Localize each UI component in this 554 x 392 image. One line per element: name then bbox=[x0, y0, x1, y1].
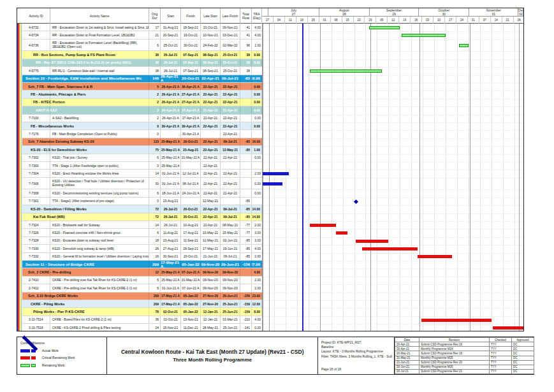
table-row: 7-7100A-SA2 - Backfilling226-Apr-21 A27-… bbox=[22, 115, 262, 122]
cell-id: 7-7332 bbox=[22, 253, 50, 260]
cell-tra: 0.00 bbox=[252, 178, 262, 189]
week-gridline bbox=[480, 24, 481, 331]
month-number: 32 bbox=[518, 12, 523, 16]
cell-tra bbox=[252, 198, 262, 205]
cell-late_start: 22-Apr-21 bbox=[201, 99, 221, 106]
cell-tra: 0.00 bbox=[252, 122, 262, 129]
cell-total_float: 96 bbox=[240, 40, 252, 51]
timeline-week-cell: 11 bbox=[285, 17, 296, 24]
cell-total_float: -77 bbox=[240, 229, 252, 236]
timeline-week-cell: 17 bbox=[445, 17, 456, 24]
legend-label: Critical Remaining Work bbox=[42, 356, 75, 359]
cell-id: 7-7326 bbox=[22, 229, 50, 236]
cell-late_start: 09-Nov-20 bbox=[201, 261, 221, 268]
group-band-row: Sch_7 Abandon Existing Subway KS-2012325… bbox=[22, 138, 262, 146]
cell-name: KS20 - Decommissioning existing services… bbox=[50, 189, 149, 196]
group-band-label: ABUT A-SA2 bbox=[22, 106, 149, 113]
group-band-label: KS-20 - Demolition / Filling Works bbox=[22, 205, 149, 212]
column-header-late_finish: Late Finish bbox=[221, 8, 240, 24]
revision-cell: TYY bbox=[490, 342, 512, 347]
table-row: 4-6734RR - Excavation Down to Final Form… bbox=[22, 31, 262, 39]
cell-late_start: 09-Nov-20 bbox=[201, 268, 221, 275]
revision-row: 20-Jul-21Submit CSD Programme Rev 21TYYD… bbox=[395, 369, 534, 374]
cell-dur: 36 bbox=[149, 316, 161, 323]
revision-header-cell: Approved bbox=[512, 338, 534, 342]
cell-total_float bbox=[240, 178, 252, 189]
revision-cell: DC bbox=[512, 347, 534, 351]
cell-finish: 07-Sep-21 bbox=[181, 67, 201, 74]
timeline-month-cell: August28 bbox=[319, 8, 370, 17]
cell-dur: 24 bbox=[149, 324, 161, 331]
timeline-week-cell: 08 bbox=[331, 17, 342, 24]
cell-id: 7-7324 bbox=[22, 221, 50, 228]
cell-finish: 13-Nov-21 bbox=[181, 316, 201, 323]
cell-name: RR - Excavation Down to Final Formation … bbox=[50, 31, 149, 38]
cell-start bbox=[161, 130, 181, 137]
cell-start: 17-May-21 A bbox=[161, 261, 181, 268]
cell-late_start: 09-Nov-20 bbox=[201, 284, 221, 291]
table-row: 4-6775RR-RL/1 - Construct Side wall / In… bbox=[22, 67, 262, 75]
cell-finish: 12-Jul-21 A bbox=[181, 170, 201, 177]
table-row: 7-7324KS20 - Brickwork wall for Subway14… bbox=[22, 221, 262, 229]
cell-dur: 0 bbox=[149, 130, 161, 137]
cell-start: 18-Jun-21 A bbox=[161, 189, 181, 196]
cell-finish: 05-Jan-22 bbox=[181, 293, 201, 300]
cell-finish: 07-Sep-21 bbox=[181, 51, 201, 58]
cell-dur: 78 bbox=[149, 308, 161, 315]
week-gridline bbox=[446, 24, 446, 331]
timeline-month-cell: September29 bbox=[370, 8, 419, 17]
table-header-row: Activity IDActivity NameOrig DurStartFin… bbox=[17, 8, 523, 24]
table-row: 7-7304KS20 - Erect Hoarding enclose the … bbox=[22, 170, 262, 177]
cell-finish: 17-Aug-21 bbox=[181, 229, 201, 236]
cell-total_float: -85 bbox=[240, 214, 252, 221]
cell-total_float: -156 bbox=[240, 293, 252, 300]
group-band-row: CKRE - Piling Works20917-May-21 A05-Jan-… bbox=[22, 300, 262, 308]
group-band-row: FB - KITEC Portion226-Apr-21 A27-Apr-21 … bbox=[22, 99, 262, 106]
cell-late_start: 10-Nov-21 bbox=[201, 31, 221, 38]
cell-id: 7-7304 bbox=[22, 170, 50, 177]
cell-start: 01-Jun-21 A bbox=[161, 170, 181, 177]
timeline-week-cell: 01 bbox=[319, 17, 331, 24]
group-band-label: Section 11 - Structure of Bridge CKRE bbox=[22, 261, 149, 268]
cell-total_float: 41 bbox=[240, 24, 252, 31]
cell-late_finish: 02-Jun-21 bbox=[221, 237, 240, 244]
group-band-label: Piling Works - Pier P-KS-CKRE bbox=[22, 308, 149, 315]
cell-late_finish: 22-Apr-21 bbox=[221, 178, 240, 189]
cell-finish: 05-Jan-22 bbox=[181, 300, 201, 307]
revision-cell: Monthly Programme M26 bbox=[419, 365, 490, 369]
table-row: 7-7300TTA - Stage 1 (After Footbridge op… bbox=[22, 162, 262, 170]
cell-total_float: -141 bbox=[240, 324, 252, 331]
legend-item-milestone: ◆ ▼Current Milestone bbox=[20, 341, 104, 345]
revision-header-cell: Revision bbox=[419, 338, 490, 342]
project-info-block: Project ID: KTE-WP21_M27 Baseline: Layou… bbox=[318, 337, 395, 374]
cell-name: KS20 - Trial pits / Survey bbox=[50, 154, 149, 161]
timeline-week-cell: 27 bbox=[262, 17, 273, 24]
revision-cell: 31-May-21 bbox=[395, 356, 419, 360]
group-band-label: Sch_2 CKRE - Pre-drilling bbox=[22, 268, 149, 275]
project-id-text: Project ID: KTE-WP21_M27 bbox=[321, 340, 392, 345]
cell-tra: 2.00 bbox=[252, 170, 262, 177]
month-number: 30 bbox=[419, 12, 469, 16]
cell-total_float: -85 bbox=[240, 146, 252, 153]
cell-id: 2-7410 bbox=[22, 277, 50, 284]
cell-late_start: 22-Apr-21 bbox=[201, 221, 221, 228]
month-gridline bbox=[470, 24, 470, 331]
gantt-bar-remaining bbox=[369, 26, 400, 29]
gantt-bar-critical bbox=[418, 255, 452, 258]
timeline-week-cell: 03 bbox=[422, 17, 434, 24]
cell-total_float: -159 bbox=[240, 300, 252, 307]
cell-start: 11-Aug-21 bbox=[161, 229, 181, 236]
table-row: 7-7308KS20 - Decommissioning existing se… bbox=[22, 189, 262, 197]
cell-total_float: 38 bbox=[240, 59, 252, 66]
cell-late_start: 22-Apr-21 bbox=[201, 205, 221, 212]
cell-name: CKRE - KS-CKRE-2 Proof drilling & Piles … bbox=[50, 324, 149, 331]
cell-finish: 07-Jun-21 A bbox=[181, 268, 201, 275]
legend-bar-segment bbox=[31, 364, 36, 367]
cell-late_start: 12-May-21 bbox=[201, 237, 221, 244]
table-row: 3.10-7518CKRE - KS-CKRE-2 Proof drilling… bbox=[22, 324, 262, 331]
timeline-week-cell: 28 bbox=[514, 17, 523, 24]
cell-late_finish: 09-Jul-21 bbox=[221, 75, 240, 82]
cell-late_start: 27-Nov-20 bbox=[201, 300, 221, 307]
legend-bar-segment bbox=[20, 364, 30, 367]
cell-id: 7-7328 bbox=[22, 237, 50, 244]
